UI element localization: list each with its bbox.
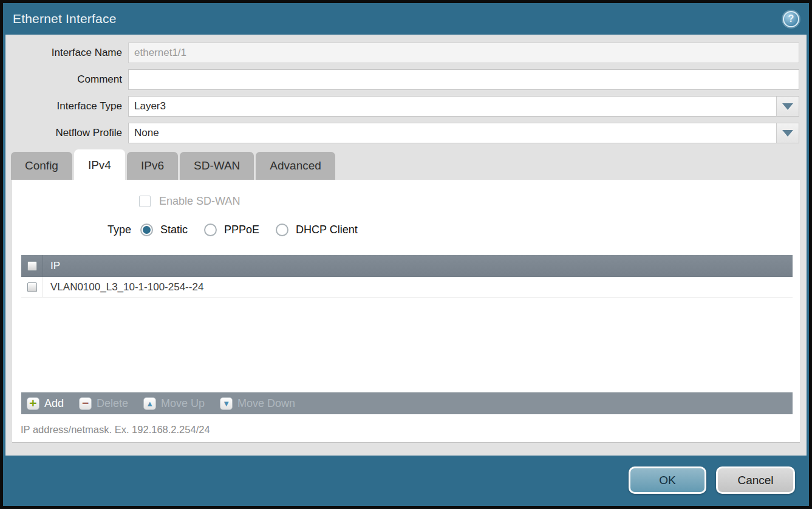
ok-button[interactable]: OK [629, 466, 706, 494]
netflow-profile-dropdown[interactable]: None [128, 123, 799, 143]
interface-type-dropdown[interactable]: Layer3 [128, 96, 799, 117]
interface-type-dropdown-button[interactable] [776, 97, 799, 116]
comment-label: Comment [5, 73, 122, 86]
radio-pppoe-label[interactable]: PPPoE [224, 224, 259, 236]
netflow-profile-value: None [134, 127, 159, 139]
tab-ipv4[interactable]: IPv4 [74, 149, 125, 180]
type-label: Type [107, 224, 131, 236]
radio-static[interactable] [140, 224, 153, 236]
tab-sd-wan[interactable]: SD-WAN [180, 152, 254, 180]
row-checkbox-cell [21, 277, 43, 297]
header-checkbox-cell [21, 255, 43, 277]
address-type-row: Type Static PPPoE DHCP Client [107, 222, 374, 237]
radio-dhcp-client-label[interactable]: DHCP Client [296, 224, 358, 236]
ethernet-interface-dialog: Ethernet Interface ? Interface Name Comm… [0, 0, 812, 509]
radio-dhcp-client[interactable] [276, 224, 288, 236]
delete-icon: − [79, 397, 92, 410]
enable-sdwan-label: Enable SD-WAN [159, 195, 240, 208]
netflow-profile-dropdown-button[interactable] [776, 123, 799, 143]
interface-type-label: Interface Type [5, 100, 122, 112]
row-ip-value: VLAN0100_L3_10-1-100-254--24 [43, 277, 203, 297]
interface-form: Interface Name Comment Interface Type La… [5, 35, 807, 143]
tab-ipv6[interactable]: IPv6 [127, 152, 178, 180]
ipv4-tab-panel: Enable SD-WAN Type Static PPPoE DHCP Cli… [12, 180, 800, 443]
ip-table: IP VLAN0100_L3_10-1-100-254--24 + Add [21, 255, 793, 414]
tab-config[interactable]: Config [11, 152, 72, 180]
move-down-button[interactable]: ▼ Move Down [220, 397, 295, 410]
help-icon[interactable]: ? [783, 11, 799, 27]
minus-glyph: − [82, 397, 89, 409]
ip-table-header: IP [21, 255, 793, 277]
tab-advanced[interactable]: Advanced [256, 152, 335, 180]
enable-sdwan-checkbox[interactable] [139, 196, 151, 207]
radio-pppoe[interactable] [204, 224, 217, 236]
form-row-netflow-profile: Netflow Profile None [5, 123, 799, 143]
move-up-button[interactable]: ▲ Move Up [143, 397, 205, 410]
arrow-down-glyph: ▼ [222, 400, 230, 408]
move-up-button-label: Move Up [161, 397, 205, 410]
dialog-body: Interface Name Comment Interface Type La… [5, 35, 807, 456]
tab-bar: Config IPv4 IPv6 SD-WAN Advanced [5, 149, 807, 180]
move-up-icon: ▲ [143, 397, 156, 410]
add-button[interactable]: + Add [27, 397, 64, 410]
interface-name-label: Interface Name [5, 47, 122, 59]
table-row[interactable]: VLAN0100_L3_10-1-100-254--24 [21, 277, 793, 298]
delete-button[interactable]: − Delete [79, 397, 128, 410]
interface-type-value: Layer3 [134, 100, 166, 112]
ip-table-body: VLAN0100_L3_10-1-100-254--24 [21, 277, 793, 392]
chevron-down-icon [782, 103, 793, 110]
ip-format-hint: IP address/netmask. Ex. 192.168.2.254/24 [21, 424, 210, 436]
row-checkbox[interactable] [27, 282, 37, 292]
netflow-profile-label: Netflow Profile [5, 127, 122, 139]
comment-field[interactable] [128, 69, 799, 90]
add-button-label: Add [44, 397, 64, 410]
chevron-down-icon [782, 130, 793, 137]
dialog-footer: OK Cancel [3, 456, 809, 506]
enable-sdwan-row: Enable SD-WAN [139, 195, 240, 208]
ip-table-toolbar: + Add − Delete ▲ Move Up ▼ Move Down [21, 392, 793, 414]
interface-name-field[interactable] [128, 43, 799, 63]
move-down-button-label: Move Down [237, 397, 295, 410]
plus-glyph: + [29, 397, 36, 409]
form-row-interface-name: Interface Name [5, 43, 799, 63]
add-icon: + [27, 397, 39, 410]
select-all-checkbox[interactable] [27, 261, 37, 271]
cancel-button[interactable]: Cancel [716, 466, 795, 494]
move-down-icon: ▼ [220, 397, 233, 410]
dialog-title: Ethernet Interface [13, 12, 117, 26]
radio-static-label[interactable]: Static [160, 224, 188, 236]
ip-column-header: IP [43, 255, 60, 277]
arrow-up-glyph: ▲ [146, 400, 154, 408]
delete-button-label: Delete [97, 397, 128, 410]
form-row-interface-type: Interface Type Layer3 [5, 96, 799, 117]
form-row-comment: Comment [5, 69, 799, 90]
dialog-titlebar: Ethernet Interface ? [3, 3, 809, 35]
